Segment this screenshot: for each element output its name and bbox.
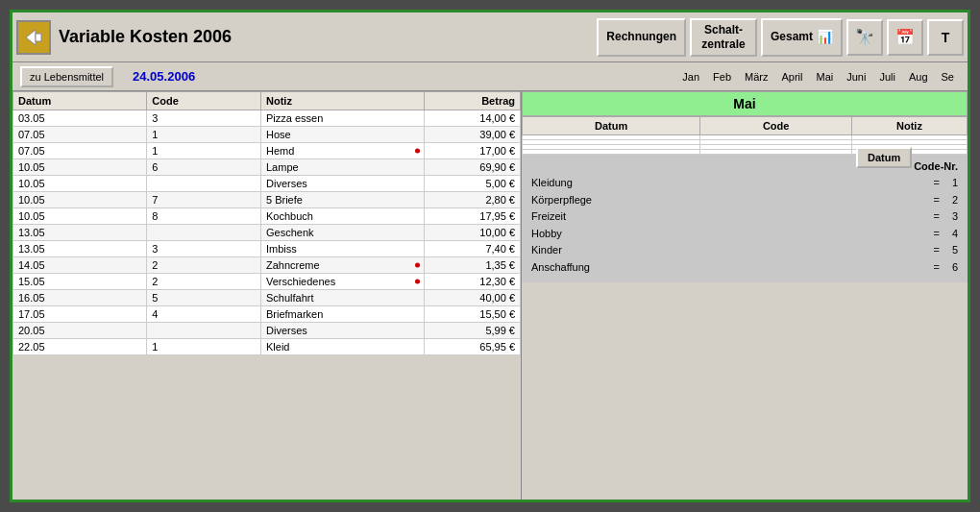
app-icon	[16, 20, 51, 55]
header-betrag: Betrag	[425, 92, 521, 110]
table-row: 15.05 2 Verschiedenes 12,30 €	[13, 274, 521, 290]
table-row: 07.05 1 Hemd 17,00 €	[13, 143, 521, 159]
tab-april[interactable]: April	[776, 69, 809, 85]
code-legend-rows: Kleidung = 1 Körperpflege = 2 Freizeit =…	[531, 175, 958, 277]
svg-rect-1	[36, 34, 41, 41]
subtitle-bar: zu Lebensmittel 24.05.2006 Jan Feb März …	[12, 62, 968, 91]
month-tabs: Jan Feb März April Mai Juni Juli Aug Se	[676, 69, 960, 85]
chart-icon: 📊	[817, 29, 833, 45]
table-row: 07.05 1 Hose 39,00 €	[13, 127, 521, 143]
main-table: Datum Code Notiz Betrag 03.05 3 Pizza es…	[12, 91, 521, 355]
month-header: Mai	[522, 91, 968, 116]
table-row: 17.05 4 Briefmarken 15,50 €	[13, 306, 521, 323]
window-title: Variable Kosten 2006	[59, 27, 597, 47]
tab-juni[interactable]: Juni	[841, 69, 871, 85]
code-legend-item: Anschaffung = 6	[531, 259, 958, 277]
header-notiz: Notiz	[261, 92, 425, 110]
code-legend-item: Hobby = 4	[531, 226, 958, 243]
right-header-datum: Datum	[523, 117, 700, 135]
tab-marz[interactable]: März	[739, 69, 773, 85]
toolbar: Rechnungen Schalt- zentrale Gesamt 📊 🔭 📅…	[597, 18, 964, 57]
header-datum: Datum	[13, 92, 147, 110]
right-header-notiz: Notiz	[852, 117, 968, 135]
tab-juli[interactable]: Juli	[873, 69, 901, 85]
binoculars-button[interactable]: 🔭	[846, 19, 883, 56]
tab-mai[interactable]: Mai	[811, 69, 840, 85]
table-row: 22.05 1 Kleid 65,95 €	[13, 339, 521, 355]
current-date: 24.05.2006	[133, 69, 195, 84]
gesamt-button[interactable]: Gesamt 📊	[761, 18, 843, 57]
code-legend-item: Kleidung = 1	[531, 175, 958, 192]
table-row: 03.05 3 Pizza essen 14,00 €	[13, 110, 521, 127]
right-header-code: Code	[700, 117, 852, 135]
table-row: 10.05 6 Lampe 69,90 €	[13, 159, 521, 176]
right-panel: Mai Datum Code Notiz	[522, 91, 968, 500]
title-bar: Variable Kosten 2006 Rechnungen Schalt- …	[12, 12, 968, 62]
datum-button[interactable]: Datum	[856, 147, 912, 168]
rechnungen-button[interactable]: Rechnungen	[597, 18, 686, 57]
arrow-icon	[22, 26, 45, 49]
code-legend-item: Freizeit = 3	[531, 208, 958, 226]
table-row: 16.05 5 Schulfahrt 40,00 €	[13, 290, 521, 306]
header-code: Code	[147, 92, 261, 110]
calendar-button[interactable]: 📅	[887, 19, 923, 56]
table-header-row: Datum Code Notiz Betrag	[13, 92, 521, 110]
lebensmittel-button[interactable]: zu Lebensmittel	[20, 66, 113, 87]
code-legend: Code-Nr. Kleidung = 1 Körperpflege = 2 F…	[522, 155, 968, 282]
extra-button[interactable]: T	[927, 19, 964, 56]
svg-marker-0	[26, 30, 36, 45]
main-window: Variable Kosten 2006 Rechnungen Schalt- …	[10, 10, 970, 502]
schaltzentrale-button[interactable]: Schalt- zentrale	[690, 18, 757, 57]
table-row: 10.05 8 Kochbuch 17,95 €	[13, 208, 521, 225]
table-row: 10.05 7 5 Briefe 2,80 €	[13, 192, 521, 208]
right-table-header-row: Datum Code Notiz	[523, 117, 968, 135]
right-table: Datum Code Notiz Datum	[522, 116, 968, 155]
tab-feb[interactable]: Feb	[707, 69, 737, 85]
tab-aug[interactable]: Aug	[903, 69, 934, 85]
code-legend-item: Kinder = 5	[531, 242, 958, 259]
tab-jan[interactable]: Jan	[676, 69, 705, 85]
binoculars-icon: 🔭	[855, 28, 874, 46]
table-row: 10.05 Diverses 5,00 €	[13, 176, 521, 192]
left-table-area: Datum Code Notiz Betrag 03.05 3 Pizza es…	[12, 91, 522, 500]
calendar-icon: 📅	[895, 28, 915, 46]
code-legend-item: Körperpflege = 2	[531, 192, 958, 209]
table-row: 13.05 Geschenk 10,00 €	[13, 225, 521, 241]
tab-sep[interactable]: Se	[936, 69, 960, 85]
content-area: Datum Code Notiz Betrag 03.05 3 Pizza es…	[12, 91, 968, 500]
table-row: 13.05 3 Imbiss 7,40 €	[13, 241, 521, 257]
table-row: 14.05 2 Zahncreme 1,35 €	[13, 257, 521, 274]
table-row: 20.05 Diverses 5,99 €	[13, 323, 521, 339]
